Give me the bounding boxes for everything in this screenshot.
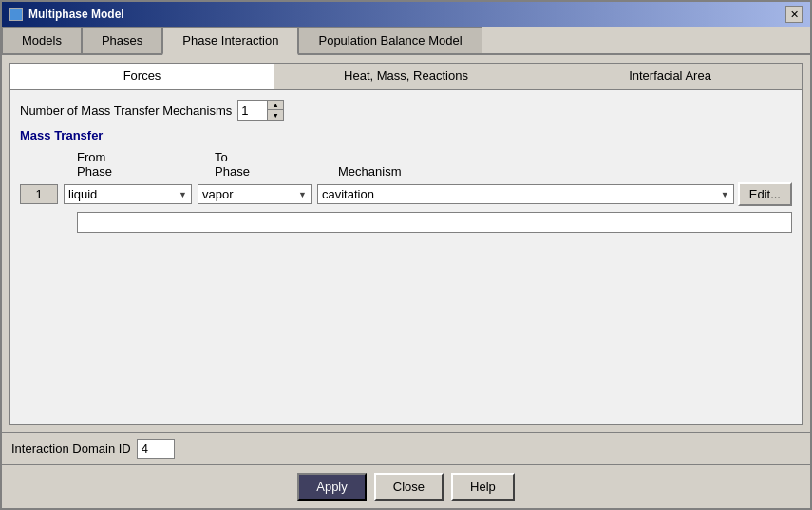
edit-button[interactable]: Edit... [738, 182, 792, 206]
tab-phases[interactable]: Phases [82, 27, 162, 53]
title-bar: Multiphase Model ✕ [2, 2, 810, 27]
main-tabs: Models Phases Phase Interaction Populati… [2, 27, 810, 55]
apply-button[interactable]: Apply [297, 473, 367, 501]
mechanism-dropdown[interactable]: cavitation ▼ [317, 184, 734, 204]
mechanism-value: cavitation [322, 187, 717, 201]
table-row: 1 liquid ▼ vapor ▼ cavitation ▼ [20, 182, 792, 206]
title-bar-left: Multiphase Model [9, 8, 124, 21]
close-button[interactable]: Close [374, 473, 444, 501]
to-phase-arrow-icon: ▼ [298, 190, 307, 199]
table-header-row: From Phase To Phase Mechanism [20, 150, 792, 179]
mass-transfer-title: Mass Transfer [20, 128, 792, 142]
bottom-bar: Interaction Domain ID [2, 432, 810, 464]
interaction-domain-input[interactable] [137, 439, 175, 459]
subtab-forces[interactable]: Forces [10, 64, 274, 89]
from-phase-dropdown[interactable]: liquid ▼ [64, 184, 192, 204]
sub-tabs: Forces Heat, Mass, Reactions Interfacial… [9, 63, 803, 90]
mechanism-arrow-icon: ▼ [721, 190, 729, 199]
col-header-mechanism: Mechanism [338, 164, 792, 179]
tab-population-balance[interactable]: Population Balance Model [298, 27, 482, 53]
interaction-domain-label: Interaction Domain ID [11, 442, 131, 456]
spinner-buttons: ▲ ▼ [267, 101, 283, 120]
to-phase-dropdown[interactable]: vapor ▼ [198, 184, 312, 204]
row-number: 1 [20, 184, 58, 204]
subtab-heat-mass-reactions[interactable]: Heat, Mass, Reactions [274, 64, 538, 89]
from-phase-arrow-icon: ▼ [179, 190, 187, 199]
from-phase-value: liquid [68, 187, 175, 201]
to-phase-value: vapor [202, 187, 294, 201]
num-mechanisms-spinner[interactable]: ▲ ▼ [237, 100, 284, 121]
button-row: Apply Close Help [2, 464, 810, 508]
window-title: Multiphase Model [28, 8, 124, 21]
spinner-up-button[interactable]: ▲ [268, 101, 283, 110]
tab-phase-interaction[interactable]: Phase Interaction [162, 27, 298, 55]
col-header-to-phase: To Phase [215, 150, 338, 179]
mechanism-secondary-input [77, 212, 792, 233]
num-mechanisms-input[interactable] [238, 103, 267, 119]
panel-content: Number of Mass Transfer Mechanisms ▲ ▼ M… [9, 90, 803, 425]
num-mechanisms-row: Number of Mass Transfer Mechanisms ▲ ▼ [20, 100, 792, 121]
num-mechanisms-label: Number of Mass Transfer Mechanisms [20, 104, 232, 118]
tab-models[interactable]: Models [2, 27, 82, 53]
close-window-button[interactable]: ✕ [785, 6, 803, 23]
help-button[interactable]: Help [451, 473, 515, 501]
spinner-down-button[interactable]: ▼ [268, 110, 283, 120]
content-area: Forces Heat, Mass, Reactions Interfacial… [2, 55, 810, 432]
app-icon [9, 8, 23, 21]
interaction-domain-row: Interaction Domain ID [11, 439, 175, 459]
mass-transfer-section: Mass Transfer From Phase To Phase Mechan… [20, 128, 792, 414]
subtab-interfacial-area[interactable]: Interfacial Area [538, 64, 802, 89]
multiphase-model-window: Multiphase Model ✕ Models Phases Phase I… [0, 0, 812, 510]
col-header-from-phase: From Phase [77, 150, 215, 179]
